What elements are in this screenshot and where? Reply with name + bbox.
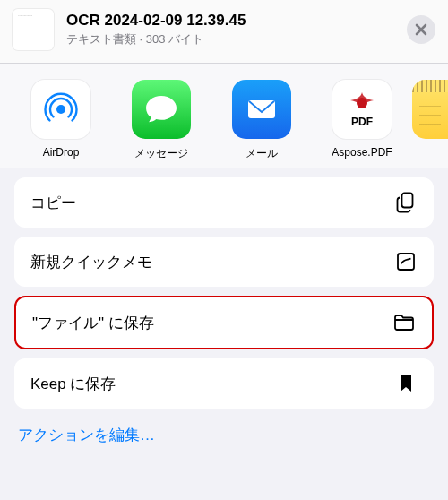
close-icon: [415, 23, 427, 36]
mail-icon: [232, 80, 291, 139]
action-card-notes: 新規クイックメモ: [14, 237, 434, 287]
app-notes[interactable]: [412, 80, 448, 161]
action-label: 新規クイックメモ: [30, 252, 152, 272]
action-card-save-files: "ファイル" に保存: [14, 296, 434, 349]
pdf-icon: PDF: [332, 80, 392, 139]
action-copy[interactable]: コピー: [14, 177, 434, 228]
folder-icon: [392, 314, 416, 332]
messages-icon: [132, 80, 191, 139]
action-card-copy: コピー: [14, 177, 434, 228]
action-card-keep: Keep に保存: [14, 358, 434, 409]
app-airdrop[interactable]: AirDrop: [11, 80, 111, 161]
app-messages[interactable]: メッセージ: [111, 80, 211, 161]
actions-list: コピー 新規クイックメモ "ファイル" に保存 Keep に保存: [0, 168, 448, 449]
svg-rect-3: [402, 194, 413, 208]
quick-note-icon: [394, 252, 418, 272]
edit-actions-link[interactable]: アクションを編集…: [14, 418, 434, 445]
action-quick-note[interactable]: 新規クイックメモ: [14, 237, 434, 287]
app-label: メール: [246, 146, 278, 161]
app-mail[interactable]: メール: [211, 80, 312, 161]
bookmark-icon: [394, 375, 418, 392]
action-label: コピー: [30, 193, 76, 213]
notes-icon: [412, 80, 448, 139]
app-aspose-pdf[interactable]: PDF Aspose.PDF: [312, 80, 412, 161]
app-share-row: AirDrop メッセージ メール PDF Aspose.PDF: [0, 64, 448, 168]
action-save-to-keep[interactable]: Keep に保存: [14, 358, 434, 409]
svg-point-0: [56, 105, 65, 114]
app-label: AirDrop: [43, 146, 80, 159]
airdrop-icon: [31, 80, 90, 139]
copy-icon: [394, 192, 418, 213]
file-thumbnail: [13, 9, 54, 50]
pdf-caption: PDF: [351, 116, 373, 128]
share-sheet-header: OCR 2024-02-09 12.39.45 テキスト書類 · 303 バイト: [0, 0, 448, 63]
file-meta: テキスト書類 · 303 バイト: [66, 31, 407, 47]
app-label: メッセージ: [134, 146, 188, 161]
svg-rect-4: [398, 254, 414, 270]
file-title: OCR 2024-02-09 12.39.45: [66, 12, 407, 30]
file-info: OCR 2024-02-09 12.39.45 テキスト書類 · 303 バイト: [66, 12, 407, 47]
action-label: "ファイル" に保存: [32, 313, 154, 333]
action-label: Keep に保存: [30, 374, 116, 394]
app-label: Aspose.PDF: [332, 146, 392, 159]
close-button[interactable]: [407, 15, 435, 44]
action-save-to-files[interactable]: "ファイル" に保存: [16, 297, 432, 348]
